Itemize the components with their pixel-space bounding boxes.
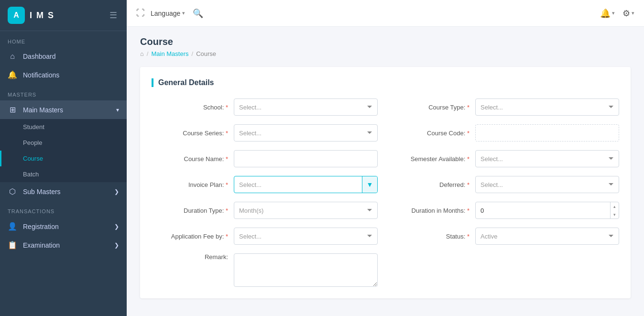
general-details-card: General Details School: * Select... Cour… — [140, 67, 631, 298]
semester-available-select[interactable]: Select... — [475, 150, 619, 167]
page-content: Course ⌂ / Main Masters / Course General… — [127, 27, 644, 316]
duration-arrows: ▴ ▾ — [610, 202, 619, 218]
invoice-plan-wrapper: Select... ▼ — [234, 176, 378, 193]
section-label-home: HOME — [0, 31, 127, 47]
school-row: School: * Select... — [152, 98, 378, 116]
breadcrumb-current: Course — [196, 50, 216, 57]
breadcrumb-sep-1: / — [147, 50, 149, 57]
language-label: Language — [151, 10, 180, 17]
section-title: General Details — [152, 78, 619, 87]
duration-in-months-wrapper: ▴ ▾ — [475, 202, 619, 219]
main-area: ⛶ Language ▾ 🔍 🔔 ▾ ⚙ ▾ Course ⌂ / Main M… — [127, 0, 644, 316]
notification-bell[interactable]: 🔔 ▾ — [600, 8, 615, 19]
language-chevron-icon: ▾ — [182, 10, 185, 16]
course-type-label: Course Type: * — [393, 104, 469, 111]
course-series-select[interactable]: Select... — [234, 124, 378, 142]
semester-available-label: Semester Available: * — [393, 155, 469, 163]
status-label: Status: * — [393, 233, 469, 240]
sidebar-item-registration[interactable]: 👤 Registration ❯ — [0, 217, 127, 236]
bell-icon-top: 🔔 — [600, 8, 611, 19]
breadcrumb-main-masters[interactable]: Main Masters — [151, 50, 188, 57]
expand-icon[interactable]: ⛶ — [136, 8, 145, 18]
main-masters-submenu: Student People Course Batch — [0, 119, 127, 182]
invoice-plan-select[interactable]: Select... — [234, 176, 362, 193]
chevron-right-icon-reg: ❯ — [114, 223, 119, 230]
language-selector[interactable]: Language ▾ — [151, 10, 185, 17]
user-icon: 👤 — [8, 222, 17, 231]
duration-type-select[interactable]: Month(s) Day(s) Year(s) — [234, 202, 378, 219]
school-select[interactable]: Select... — [234, 98, 378, 116]
grid-icon: ⊞ — [8, 105, 17, 114]
section-label-transactions: TRANSACTIONS — [0, 201, 127, 217]
deferred-label: Deferred: * — [393, 181, 469, 188]
sidebar-item-registration-label: Registration — [23, 223, 59, 230]
topbar: ⛶ Language ▾ 🔍 🔔 ▾ ⚙ ▾ — [127, 0, 644, 27]
chevron-down-icon: ▾ — [116, 107, 119, 113]
invoice-plan-dropdown-btn[interactable]: ▼ — [362, 176, 377, 193]
duration-in-months-input[interactable] — [476, 207, 610, 214]
duration-increment[interactable]: ▴ — [611, 202, 619, 210]
status-select[interactable]: Active Inactive — [475, 228, 619, 245]
logo-icon: A — [8, 7, 25, 24]
sidebar-logo: A I M S ☰ — [0, 0, 127, 31]
section-label-masters: MASTERS — [0, 84, 127, 100]
breadcrumb-home-icon[interactable]: ⌂ — [140, 50, 144, 57]
course-name-label: Course Name: * — [152, 155, 228, 163]
course-series-label: Course Series: * — [152, 130, 228, 137]
sidebar-item-main-masters-label: Main Masters — [23, 106, 63, 114]
breadcrumb-sep-2: / — [192, 50, 194, 57]
sidebar-item-student[interactable]: Student — [0, 119, 127, 135]
school-required: * — [226, 104, 228, 111]
share-icon: ⬡ — [8, 187, 17, 196]
sidebar-item-sub-masters[interactable]: ⬡ Sub Masters ❯ — [0, 182, 127, 201]
application-fee-label: Application Fee by: * — [152, 233, 228, 240]
course-code-row: Course Code: * — [393, 124, 619, 142]
home-icon: ⌂ — [8, 52, 17, 61]
gear-chevron-icon: ▾ — [632, 10, 634, 16]
course-name-input[interactable] — [234, 150, 378, 167]
school-label: School: * — [152, 104, 228, 111]
duration-in-months-label: Duration in Months: * — [393, 207, 469, 214]
search-icon[interactable]: 🔍 — [193, 8, 203, 19]
bell-icon: 🔔 — [8, 70, 17, 79]
course-code-label: Course Code: * — [393, 130, 469, 137]
remark-textarea[interactable] — [234, 253, 378, 287]
course-series-row: Course Series: * Select... — [152, 124, 378, 142]
remark-row: Remark: — [152, 253, 378, 287]
sidebar-item-course[interactable]: Course — [0, 151, 127, 166]
sidebar-item-batch[interactable]: Batch — [0, 166, 127, 182]
logo-letter: A — [13, 11, 19, 20]
duration-type-label: Duration Type: * — [152, 207, 228, 214]
duration-decrement[interactable]: ▾ — [611, 210, 619, 218]
settings-gear[interactable]: ⚙ ▾ — [622, 8, 634, 19]
logo-text: I M S — [30, 11, 55, 21]
application-fee-select[interactable]: Select... — [234, 228, 378, 245]
hamburger-icon[interactable]: ☰ — [108, 8, 119, 22]
course-type-row: Course Type: * Select... — [393, 98, 619, 116]
sidebar: A I M S ☰ HOME ⌂ Dashboard 🔔 Notificatio… — [0, 0, 127, 316]
bell-chevron-icon: ▾ — [612, 10, 615, 16]
form-grid: School: * Select... Course Type: * Selec… — [152, 98, 619, 287]
topbar-right: 🔔 ▾ ⚙ ▾ — [600, 8, 634, 19]
sidebar-item-sub-masters-label: Sub Masters — [23, 188, 61, 196]
deferred-select[interactable]: Select... — [475, 176, 619, 193]
invoice-plan-row: Invoice Plan: * Select... ▼ — [152, 176, 378, 193]
sidebar-item-people[interactable]: People — [0, 135, 127, 151]
course-name-row: Course Name: * — [152, 150, 378, 167]
sidebar-item-examination-label: Examination — [23, 241, 60, 249]
sidebar-item-notifications-label: Notifications — [23, 71, 59, 79]
chevron-right-icon-exam: ❯ — [114, 242, 119, 249]
deferred-row: Deferred: * Select... — [393, 176, 619, 193]
sidebar-item-dashboard-label: Dashboard — [23, 53, 56, 60]
sidebar-item-main-masters[interactable]: ⊞ Main Masters ▾ — [0, 100, 127, 119]
sidebar-item-notifications[interactable]: 🔔 Notifications — [0, 65, 127, 84]
application-fee-row: Application Fee by: * Select... — [152, 228, 378, 245]
page-title: Course — [140, 36, 631, 47]
sidebar-item-examination[interactable]: 📋 Examination ❯ — [0, 236, 127, 254]
sidebar-item-dashboard[interactable]: ⌂ Dashboard — [0, 47, 127, 65]
breadcrumb: ⌂ / Main Masters / Course — [140, 50, 631, 57]
duration-type-row: Duration Type: * Month(s) Day(s) Year(s) — [152, 202, 378, 219]
invoice-plan-label: Invoice Plan: * — [152, 181, 228, 188]
course-type-select[interactable]: Select... — [475, 98, 619, 116]
course-code-input[interactable] — [475, 124, 619, 142]
